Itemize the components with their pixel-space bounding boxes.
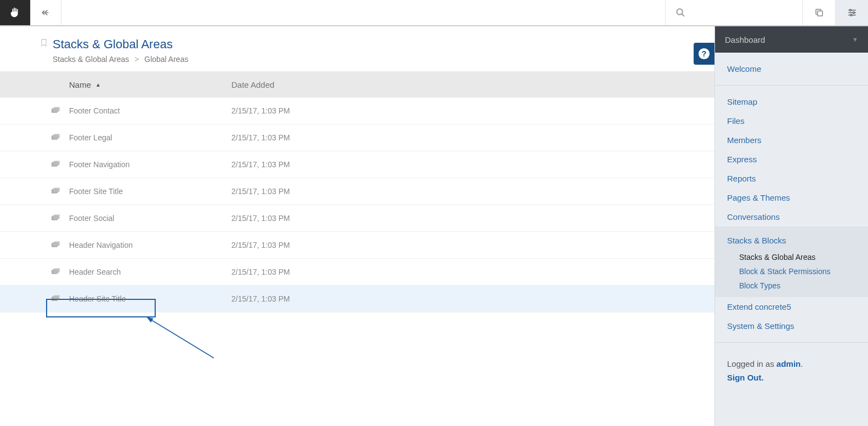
svg-point-0 (677, 9, 683, 15)
svg-line-31 (151, 320, 214, 358)
bookmark-icon[interactable] (39, 37, 48, 48)
column-header-name[interactable]: Name ▲ (69, 80, 231, 89)
table-row[interactable]: Footer Navigation2/15/17, 1:03 PM (0, 151, 714, 178)
search-icon (676, 8, 685, 18)
sidebar-item[interactable]: Files (715, 111, 868, 130)
svg-rect-12 (53, 135, 59, 139)
svg-rect-30 (53, 296, 59, 300)
stack-icon (52, 295, 69, 303)
row-name: Header Navigation (69, 241, 231, 249)
chevron-down-icon: ▼ (852, 36, 858, 43)
search-button[interactable] (665, 0, 802, 25)
sidebar-item-welcome[interactable]: Welcome (715, 59, 868, 78)
table-row[interactable]: Footer Social2/15/17, 1:03 PM (0, 205, 714, 232)
settings-button[interactable] (835, 0, 868, 25)
svg-rect-9 (53, 108, 59, 112)
stack-icon (52, 241, 69, 249)
column-name-label: Name (69, 80, 91, 89)
sidebar-item[interactable]: System & Settings (715, 316, 868, 336)
login-suffix: . (801, 359, 803, 368)
arrow-left-icon (41, 8, 51, 18)
table-row[interactable]: Header Site Title2/15/17, 1:03 PM (0, 286, 714, 313)
sliders-icon (847, 8, 857, 18)
sidebar-login-status: Logged in as admin. Sign Out. (715, 349, 868, 382)
sidebar-item[interactable]: Reports (715, 169, 868, 188)
sidebar-item[interactable]: Pages & Themes (715, 188, 868, 207)
table-body: Footer Contact2/15/17, 1:03 PMFooter Leg… (0, 98, 714, 313)
sidebar-subitem[interactable]: Block Types (715, 279, 868, 293)
table-row[interactable]: Header Navigation2/15/17, 1:03 PM (0, 232, 714, 259)
row-date: 2/15/17, 1:03 PM (231, 106, 714, 115)
row-date: 2/15/17, 1:03 PM (231, 294, 714, 303)
stack-icon (52, 268, 69, 276)
svg-rect-24 (53, 242, 59, 247)
sidebar-header[interactable]: Dashboard ▼ (715, 26, 868, 53)
table-row[interactable]: Footer Legal2/15/17, 1:03 PM (0, 124, 714, 151)
row-name: Header Search (69, 268, 231, 276)
column-header-date[interactable]: Date Added (231, 80, 714, 89)
row-name: Header Site Title (69, 294, 231, 303)
table-header: Name ▲ Date Added (0, 71, 714, 98)
sidebar-item[interactable]: Sitemap (715, 92, 868, 111)
sidebar-item[interactable]: Members (715, 130, 868, 150)
column-date-label: Date Added (231, 80, 274, 89)
svg-rect-21 (53, 215, 59, 220)
breadcrumb-current: Global Areas (144, 55, 188, 64)
page-header: Stacks & Global Areas Stacks & Global Ar… (0, 26, 714, 71)
breadcrumb: Stacks & Global Areas > Global Areas (53, 55, 714, 64)
stack-icon (52, 188, 69, 195)
hand-logo-icon (9, 7, 21, 19)
stack-icon (52, 214, 69, 222)
svg-point-3 (853, 12, 854, 14)
logo-button[interactable] (0, 0, 31, 25)
sidebar-header-label: Dashboard (725, 35, 765, 44)
svg-rect-18 (53, 189, 59, 193)
back-button[interactable] (31, 0, 61, 25)
copy-icon (814, 8, 824, 18)
svg-rect-27 (53, 269, 59, 274)
row-name: Footer Legal (69, 133, 231, 142)
question-icon: ? (698, 48, 710, 60)
svg-rect-15 (53, 162, 59, 166)
sidebar-item[interactable]: Express (715, 150, 868, 169)
page-title: Stacks & Global Areas (53, 37, 714, 52)
sidebar-item-stacks-blocks[interactable]: Stacks & Blocks (715, 231, 868, 250)
sidebar-section-footer: Logged in as admin. Sign Out. (715, 343, 868, 389)
help-button[interactable]: ? (694, 43, 714, 65)
table-row[interactable]: Footer Site Title2/15/17, 1:03 PM (0, 178, 714, 205)
row-name: Footer Navigation (69, 160, 231, 169)
svg-text:?: ? (702, 49, 707, 58)
main-content: Stacks & Global Areas Stacks & Global Ar… (0, 26, 714, 426)
stack-icon (52, 107, 69, 115)
row-name: Footer Site Title (69, 187, 231, 196)
row-date: 2/15/17, 1:03 PM (231, 268, 714, 276)
row-date: 2/15/17, 1:03 PM (231, 241, 714, 249)
stack-icon (52, 134, 69, 141)
svg-point-2 (849, 9, 851, 11)
table-row[interactable]: Header Search2/15/17, 1:03 PM (0, 259, 714, 286)
row-name: Footer Contact (69, 106, 231, 115)
row-date: 2/15/17, 1:03 PM (231, 214, 714, 223)
login-prefix: Logged in as (727, 359, 776, 368)
annotation-arrow (143, 311, 219, 366)
sidebar-item[interactable]: Extend concrete5 (715, 297, 868, 316)
top-toolbar (0, 0, 868, 26)
sidebar-item[interactable]: Conversations (715, 207, 868, 226)
row-name: Footer Social (69, 214, 231, 223)
svg-point-4 (850, 14, 852, 16)
login-user[interactable]: admin (776, 359, 801, 368)
sidebar-group-active: Stacks & BlocksStacks & Global AreasBloc… (715, 226, 868, 297)
dashboard-sidebar: Dashboard ▼ Welcome SitemapFilesMembersE… (714, 26, 868, 426)
sidebar-section-welcome: Welcome (715, 53, 868, 86)
sidebar-subitem[interactable]: Block & Stack Permissions (715, 264, 868, 279)
signout-link[interactable]: Sign Out. (727, 373, 856, 382)
toolbar-spacer (61, 0, 665, 25)
main-layout: Stacks & Global Areas Stacks & Global Ar… (0, 26, 868, 426)
breadcrumb-separator: > (134, 55, 139, 64)
sidebar-subitem[interactable]: Stacks & Global Areas (715, 250, 868, 264)
copy-button[interactable] (802, 0, 835, 25)
sort-asc-icon: ▲ (95, 82, 101, 88)
table-row[interactable]: Footer Contact2/15/17, 1:03 PM (0, 98, 714, 124)
breadcrumb-parent[interactable]: Stacks & Global Areas (53, 55, 129, 64)
stacks-table: Name ▲ Date Added Footer Contact2/15/17,… (0, 71, 714, 313)
